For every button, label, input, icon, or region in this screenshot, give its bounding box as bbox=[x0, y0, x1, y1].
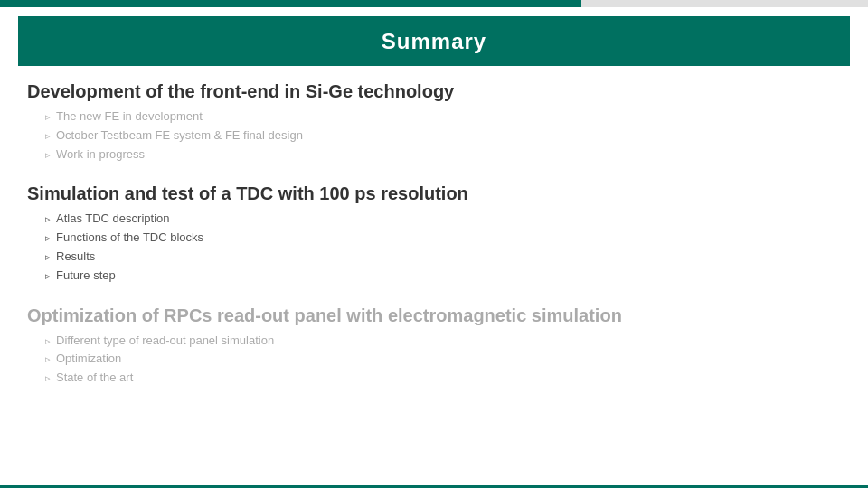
content-area: Development of the front-end in Si-Ge te… bbox=[27, 81, 841, 461]
list-item: ▹ Different type of read-out panel simul… bbox=[45, 332, 841, 351]
section-rpc-bullets: ▹ Different type of read-out panel simul… bbox=[27, 332, 841, 388]
arrow-icon: ▹ bbox=[45, 268, 51, 285]
list-item: ▹ Future step bbox=[45, 267, 841, 286]
section-frontend: Development of the front-end in Si-Ge te… bbox=[27, 81, 841, 164]
section-frontend-heading: Development of the front-end in Si-Ge te… bbox=[27, 81, 841, 102]
arrow-icon: ▹ bbox=[45, 352, 51, 368]
arrow-icon: ▹ bbox=[45, 249, 51, 266]
section-rpc-heading: Optimization of RPCs read-out panel with… bbox=[27, 305, 841, 326]
section-tdc: Simulation and test of a TDC with 100 ps… bbox=[27, 183, 841, 285]
list-item: ▹ The new FE in development bbox=[45, 108, 841, 127]
arrow-icon: ▹ bbox=[45, 147, 51, 164]
section-tdc-bullets: ▹ Atlas TDC description ▹ Functions of t… bbox=[27, 210, 841, 285]
arrow-icon: ▹ bbox=[45, 371, 51, 387]
page-title: Summary bbox=[382, 29, 486, 54]
progress-fill bbox=[0, 0, 581, 7]
arrow-icon: ▹ bbox=[45, 128, 51, 145]
list-item: ▹ Optimization bbox=[45, 350, 841, 369]
section-rpc: Optimization of RPCs read-out panel with… bbox=[27, 305, 841, 388]
list-item: ▹ Results bbox=[45, 248, 841, 267]
list-item: ▹ State of the art bbox=[45, 369, 841, 388]
list-item: ▹ Functions of the TDC blocks bbox=[45, 229, 841, 248]
arrow-icon: ▹ bbox=[45, 333, 51, 350]
section-frontend-bullets: ▹ The new FE in development ▹ October Te… bbox=[27, 108, 841, 164]
list-item: ▹ October Testbeam FE system & FE final … bbox=[45, 127, 841, 145]
arrow-icon: ▹ bbox=[45, 230, 51, 247]
arrow-icon: ▹ bbox=[45, 109, 51, 126]
title-banner: Summary bbox=[18, 16, 850, 66]
progress-track bbox=[0, 0, 868, 7]
arrow-icon: ▹ bbox=[45, 211, 51, 228]
list-item: ▹ Atlas TDC description bbox=[45, 210, 841, 229]
section-tdc-heading: Simulation and test of a TDC with 100 ps… bbox=[27, 183, 841, 204]
list-item: ▹ Work in progress bbox=[45, 145, 841, 164]
